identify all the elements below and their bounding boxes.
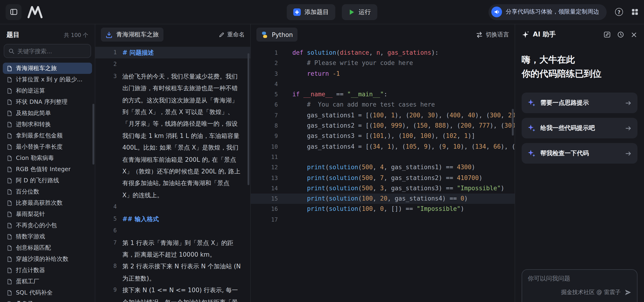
sidebar-item[interactable]: 阿 D 的飞行路线 (3, 175, 92, 186)
code-line[interactable]: 5if __name__ == "__main__": (251, 89, 515, 100)
problem-editor[interactable]: 1# 问题描述23油价飞升的今天，我们尽量减少花费。我们出门旅游，有时候租车去旅… (95, 45, 250, 302)
sidebar-item[interactable]: 叠盘子 (3, 298, 92, 302)
swap-icon (476, 31, 483, 38)
problem-count: 共 100 个 (64, 32, 88, 39)
sidebar-item[interactable]: 进制求和转换 (3, 119, 92, 130)
sidebar-item[interactable]: 打点计数器 (3, 265, 92, 276)
document-icon (6, 121, 12, 127)
language-chip[interactable]: Python (256, 28, 298, 42)
problem-scrollbar[interactable] (248, 53, 250, 185)
sidebar-item[interactable]: 穿越沙漠的补给次数 (3, 253, 92, 265)
sidebar-item[interactable]: 百分位数 (3, 186, 92, 197)
code-line[interactable]: 13 print(solution(500, 7, gas_stations2)… (251, 173, 515, 183)
send-icon[interactable] (624, 289, 632, 296)
search-box[interactable] (4, 44, 91, 58)
search-input[interactable] (17, 48, 86, 55)
document-icon (6, 289, 12, 296)
document-icon (6, 166, 12, 172)
help-icon[interactable] (615, 8, 623, 16)
code-line[interactable]: 9 gas_stations3 = [(101,), (100, 100), (… (251, 131, 515, 142)
megaphone-icon (491, 7, 502, 17)
history-icon[interactable] (617, 31, 624, 38)
pencil-icon (218, 32, 224, 38)
sidebar-item[interactable]: 青海湖租车之旅 (3, 63, 92, 74)
document-icon (6, 133, 12, 139)
code-line[interactable]: 14 print(solution(500, 3, gas_stations3)… (251, 183, 515, 194)
sidebar-item[interactable]: 创意标题匹配 (3, 242, 92, 253)
document-icon (6, 278, 12, 284)
code-line[interactable]: 17 (251, 215, 515, 225)
sidebar-toggle-button[interactable] (6, 4, 22, 20)
sidebar-item[interactable]: SQL 代码补全 (3, 287, 92, 298)
code-line[interactable]: 11 (251, 152, 515, 162)
ai-greeting-line1: 嗨，大牛在此 (522, 52, 638, 66)
ai-suggestion-card[interactable]: 给我一些代码提示吧 (522, 118, 638, 138)
document-icon (6, 76, 12, 83)
ai-chat-box[interactable]: 你可以问我问题 掘金技术社区 @ 雷震子 (522, 269, 638, 302)
sidebar-item[interactable]: 比赛最高获胜次数 (3, 197, 92, 208)
code-editor[interactable]: 1def solution(distance, n, gas_stations)… (251, 45, 515, 302)
markdown-line[interactable]: 1# 问题描述 (95, 47, 250, 59)
run-label: 运行 (359, 8, 371, 16)
sidebar-item[interactable]: 及格如此简单 (3, 108, 92, 119)
switch-language-button[interactable]: 切换语言 (476, 31, 509, 39)
markdown-line[interactable]: 2 (95, 59, 250, 71)
sidebar-item[interactable]: 不再贪心的小包 (3, 220, 92, 231)
ai-greeting: 嗨，大牛在此 你的代码陪练已到位 (522, 52, 638, 80)
code-line[interactable]: 12 print(solution(500, 4, gas_stations1)… (251, 162, 515, 173)
sidebar-item[interactable]: 计算位置 x 到 y 的最少... (3, 74, 92, 85)
code-line[interactable]: 10 gas_stations4 = [(34, 1), (105, 9), (… (251, 141, 515, 152)
problem-sidebar: 题目 共 100 个 青海湖租车之旅计算位置 x 到 y 的最少...和的逆运算… (0, 24, 95, 302)
ai-assistant-panel: AI 助手 嗨，大牛在此 你的代码陪练已到位 需要一点思路提示给我一 (515, 24, 644, 302)
code-line[interactable]: 8 gas_stations2 = [(100, 999), (150, 888… (251, 121, 515, 131)
sidebar-item[interactable]: 拿到最多红包金额 (3, 130, 92, 141)
topbar: 添加题目 运行 分享代码练习体验，领限量定制周边 (0, 0, 644, 24)
markdown-line[interactable]: 9接下来 N (1 <= N <= 100) 行表示, 每一个加油站情况。每一个… (95, 284, 250, 302)
code-line[interactable]: 4 (251, 79, 515, 90)
ai-suggestion-card[interactable]: 需要一点思路提示 (522, 93, 638, 113)
code-line[interactable]: 7 gas_stations1 = [(100, 1), (200, 30), … (251, 110, 515, 121)
code-line[interactable]: 3 return -1 (251, 69, 515, 79)
marscode-logo (27, 6, 43, 18)
run-button[interactable]: 运行 (342, 4, 377, 20)
switch-language-label: 切换语言 (486, 31, 509, 39)
document-icon (6, 301, 12, 302)
markdown-line[interactable]: 4 (95, 201, 250, 213)
sidebar-item[interactable]: 猜数字游戏 (3, 231, 92, 242)
ai-suggestion-card[interactable]: 帮我检查一下代码 (522, 143, 638, 164)
ai-chat-input[interactable]: 你可以问我问题 (528, 274, 632, 283)
markdown-line[interactable]: 7第 1 行表示「青海湖」到「景点 X」的距离，距离最远不超过 10000 km… (95, 237, 250, 261)
add-problem-button[interactable]: 添加题目 (287, 4, 335, 20)
arrow-right-icon (625, 125, 632, 132)
markdown-line[interactable]: 8第 2 行表示接下来 N 行表示 N 个加油站 (N 为正整数)。 (95, 261, 250, 284)
sidebar-scrollbar[interactable] (92, 104, 94, 165)
sparkle-gradient-icon (527, 99, 536, 107)
share-banner[interactable]: 分享代码练习体验，领限量定制周边 (488, 4, 607, 20)
code-line[interactable]: 16 print(solution(100, 0, []) == "Imposs… (251, 204, 515, 215)
code-scrollbar[interactable] (512, 109, 514, 136)
sidebar-item[interactable]: 和的逆运算 (3, 85, 92, 96)
new-chat-icon[interactable] (603, 31, 611, 38)
code-line[interactable]: 6 # You can add more test cases here (251, 100, 515, 110)
sidebar-item[interactable]: Cion 勒索病毒 (3, 152, 92, 164)
rename-button[interactable]: 重命名 (218, 31, 245, 39)
code-line[interactable]: 15 print(solution(100, 20, gas_stations4… (251, 194, 515, 204)
document-icon (6, 99, 12, 105)
sidebar-item[interactable]: 环状 DNA 序列整理 (3, 96, 92, 108)
sidebar-item[interactable]: RGB 色值转 Integer (3, 164, 92, 175)
apps-grid-icon[interactable] (632, 9, 638, 16)
document-icon (6, 211, 12, 217)
markdown-line[interactable]: 5## 输入格式 (95, 213, 250, 225)
markdown-line[interactable]: 6 (95, 225, 250, 237)
code-line[interactable]: 2 # Please write your code here (251, 58, 515, 69)
sidebar-item[interactable]: 最小替换子串长度 (3, 141, 92, 152)
markdown-line[interactable]: 3油价飞升的今天，我们尽量减少花费。我们出门旅游，有时候租车去旅游也是一种不错的… (95, 71, 250, 201)
code-line[interactable]: 1def solution(distance, n, gas_stations)… (251, 48, 515, 58)
sidebar-item[interactable]: 暴雨梨花针 (3, 208, 92, 220)
close-icon[interactable] (630, 31, 638, 38)
document-icon (6, 200, 12, 206)
document-icon (6, 233, 12, 240)
sidebar-item[interactable]: 蛋糕工厂 (3, 276, 92, 287)
document-icon (6, 177, 12, 183)
search-icon (8, 48, 14, 54)
